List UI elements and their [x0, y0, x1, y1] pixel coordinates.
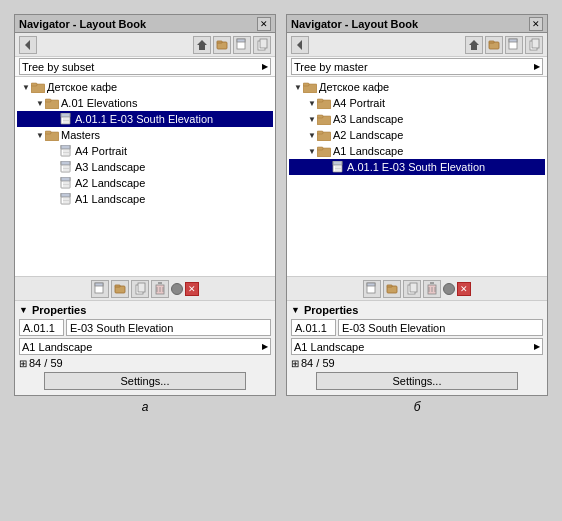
panel-title-b: Navigator - Layout Book — [291, 18, 418, 30]
tree-node-6[interactable]: A2 Landscape — [17, 175, 273, 191]
svg-rect-13 — [61, 113, 70, 117]
tree-expand-2[interactable]: ▼ — [307, 115, 317, 124]
svg-rect-57 — [532, 39, 539, 48]
tree-expand-0[interactable]: ▼ — [21, 83, 31, 92]
prop-row1-a — [19, 319, 271, 336]
svg-rect-18 — [45, 131, 51, 134]
bottom-toolbar-b: ✕ — [287, 277, 547, 301]
prop-nav-row-b: ⊞ 84 / 59 — [291, 357, 543, 369]
tree-node-2[interactable]: ▼ A3 Landscape — [289, 111, 545, 127]
bt-copy-b[interactable] — [403, 280, 421, 298]
navigator-panel-b: Navigator - Layout Book ✕ — [286, 14, 548, 396]
tree-expand-1[interactable]: ▼ — [35, 99, 45, 108]
panel-title-a: Navigator - Layout Book — [19, 18, 146, 30]
bt-circle-b[interactable] — [443, 283, 455, 295]
tree-node-3[interactable]: ▼ Masters — [17, 127, 273, 143]
titlebar-b: Navigator - Layout Book ✕ — [287, 15, 547, 33]
prop-name-field-a[interactable] — [66, 319, 271, 336]
prop-collapse-icon-a[interactable]: ▼ — [19, 305, 28, 315]
layout-button-b[interactable] — [505, 36, 523, 54]
prop-nav-value-b: 84 / 59 — [301, 357, 335, 369]
svg-rect-5 — [237, 39, 245, 42]
tree-expand-4[interactable]: ▼ — [307, 147, 317, 156]
prop-dropdown-arrow-icon-a[interactable]: ▶ — [262, 342, 268, 351]
tree-label-1: A.01 Elevations — [61, 97, 137, 109]
folder-button-a[interactable] — [213, 36, 231, 54]
bt-delete-a[interactable] — [151, 280, 169, 298]
tree-node-1[interactable]: ▼ A.01 Elevations — [17, 95, 273, 111]
bt-folder-b[interactable] — [383, 280, 401, 298]
bt-circle-a[interactable] — [171, 283, 183, 295]
copy-button-b[interactable] — [525, 36, 543, 54]
bt-close-a[interactable]: ✕ — [185, 282, 199, 296]
tree-page-icon-7 — [59, 193, 73, 205]
settings-button-b[interactable]: Settings... — [316, 372, 518, 390]
tree-expand-0[interactable]: ▼ — [293, 83, 303, 92]
svg-rect-9 — [31, 83, 37, 86]
tree-label-0: Детское кафе — [319, 81, 389, 93]
prop-header-b: ▼ Properties — [291, 304, 543, 316]
tree-node-7[interactable]: A1 Landscape — [17, 191, 273, 207]
tree-expand-3[interactable]: ▼ — [307, 131, 317, 140]
tree-label-4: A4 Portrait — [75, 145, 127, 157]
tree-node-2[interactable]: A.01.1 E-03 South Elevation — [17, 111, 273, 127]
bt-copy-a[interactable] — [131, 280, 149, 298]
home-button-a[interactable] — [193, 36, 211, 54]
tree-page-icon-4 — [59, 145, 73, 157]
bt-close-b[interactable]: ✕ — [457, 282, 471, 296]
tree-node-5[interactable]: A.01.1 E-03 South Elevation — [289, 159, 545, 175]
bt-delete-b[interactable] — [423, 280, 441, 298]
tree-label-6: A2 Landscape — [75, 177, 145, 189]
navigator-panel-a: Navigator - Layout Book ✕ — [14, 14, 276, 396]
copy-button-a[interactable] — [253, 36, 271, 54]
svg-marker-50 — [297, 40, 302, 50]
tree-expand-3[interactable]: ▼ — [35, 131, 45, 140]
bt-new-a[interactable] — [91, 280, 109, 298]
dropdown-arrow-icon-b[interactable]: ▶ — [534, 62, 540, 71]
tree-node-1[interactable]: ▼ A4 Portrait — [289, 95, 545, 111]
svg-rect-61 — [317, 99, 323, 102]
tree-label-4: A1 Landscape — [333, 145, 403, 157]
svg-rect-76 — [387, 285, 392, 287]
tree-node-4[interactable]: ▼ A1 Landscape — [289, 143, 545, 159]
top-toolbar-a — [15, 33, 275, 57]
bt-new-b[interactable] — [363, 280, 381, 298]
prop-id-field-b[interactable] — [291, 319, 336, 336]
settings-button-a[interactable]: Settings... — [44, 372, 246, 390]
tree-node-0[interactable]: ▼ Детское кафе — [17, 79, 273, 95]
svg-rect-59 — [303, 83, 309, 86]
tree-folder-icon-4 — [317, 145, 331, 157]
tree-node-3[interactable]: ▼ A2 Landscape — [289, 127, 545, 143]
prop-collapse-icon-b[interactable]: ▼ — [291, 305, 300, 315]
back-button-b[interactable] — [291, 36, 309, 54]
tree-expand-1[interactable]: ▼ — [307, 99, 317, 108]
folder-button-b[interactable] — [485, 36, 503, 54]
svg-rect-20 — [61, 145, 70, 149]
close-button-a[interactable]: ✕ — [257, 17, 271, 31]
tree-page-icon-5 — [331, 161, 345, 173]
prop-dropdown-arrow-icon-b[interactable]: ▶ — [534, 342, 540, 351]
prop-row1-b — [291, 319, 543, 336]
back-button-a[interactable] — [19, 36, 37, 54]
prop-name-field-b[interactable] — [338, 319, 543, 336]
tree-folder-icon-2 — [317, 113, 331, 125]
dropdown-arrow-icon-a[interactable]: ▶ — [262, 62, 268, 71]
layout-button-a[interactable] — [233, 36, 251, 54]
titlebar-a: Navigator - Layout Book ✕ — [15, 15, 275, 33]
svg-marker-1 — [197, 40, 207, 50]
tree-node-0[interactable]: ▼ Детское кафе — [289, 79, 545, 95]
home-button-b[interactable] — [465, 36, 483, 54]
properties-section-a: ▼ Properties A1 Landscape ▶ ⊞ 84 / 59 — [15, 301, 275, 395]
tree-node-5[interactable]: A3 Landscape — [17, 159, 273, 175]
prop-header-a: ▼ Properties — [19, 304, 271, 316]
svg-rect-63 — [317, 115, 323, 118]
tree-area-a[interactable]: ▼ Детское кафе ▼ A.01 Elevations A.01.1 … — [15, 77, 275, 277]
tree-label-5: A.01.1 E-03 South Elevation — [347, 161, 485, 173]
tree-node-4[interactable]: A4 Portrait — [17, 143, 273, 159]
tree-area-b[interactable]: ▼ Детское кафе ▼ A4 Portrait ▼ A3 Landsc… — [287, 77, 547, 277]
prop-id-field-a[interactable] — [19, 319, 64, 336]
tree-folder-icon-1 — [45, 97, 59, 109]
tree-label-3: A2 Landscape — [333, 129, 403, 141]
close-button-b[interactable]: ✕ — [529, 17, 543, 31]
bt-folder-a[interactable] — [111, 280, 129, 298]
